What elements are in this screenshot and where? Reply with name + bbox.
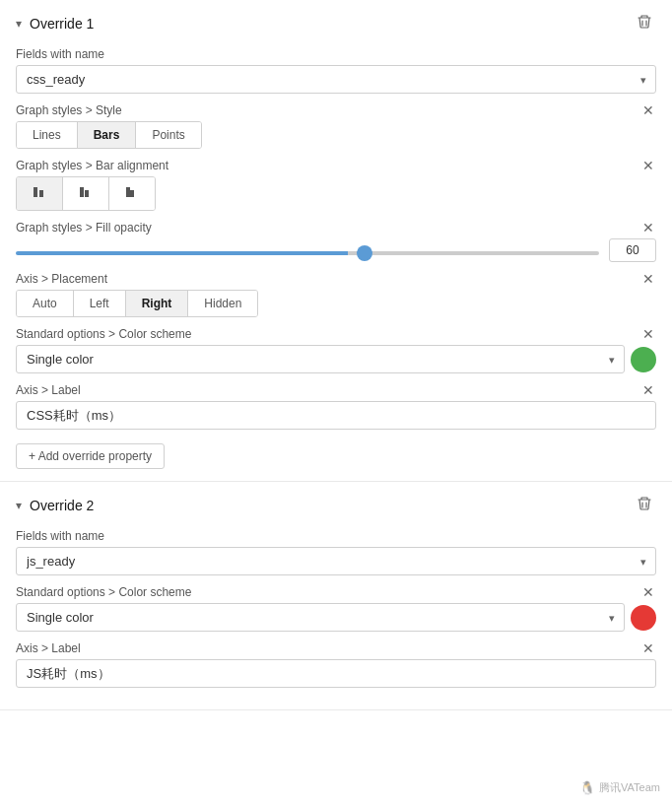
bar-alignment-label-row: Graph styles > Bar alignment ✕ [16, 159, 656, 172]
remove-axis-label-2-button[interactable]: ✕ [640, 641, 656, 655]
fields-with-name-row-1: Fields with name css_ready ▾ [16, 47, 656, 94]
graph-style-toggle-group: Lines Bars Points [16, 121, 202, 149]
axis-label-label-1: Axis > Label [16, 383, 81, 397]
color-scheme-select-wrapper-2: Single color ▾ [16, 603, 625, 632]
svg-rect-5 [130, 190, 134, 197]
fill-opacity-slider-wrapper [16, 243, 599, 258]
bar-alignment-label: Graph styles > Bar alignment [16, 159, 168, 172]
axis-placement-label: Axis > Placement [16, 272, 107, 286]
override-2-header: ▾ Override 2 [16, 494, 656, 517]
override-2-section: ▾ Override 2 Fields with name js_ready ▾… [0, 482, 672, 710]
graph-style-label-row: Graph styles > Style ✕ [16, 103, 656, 117]
fill-opacity-row: Graph styles > Fill opacity ✕ [16, 221, 656, 262]
svg-rect-0 [34, 187, 37, 197]
remove-graph-style-button[interactable]: ✕ [640, 103, 656, 117]
fields-with-name-row-2: Fields with name js_ready ▾ [16, 529, 656, 575]
fields-with-name-select-wrapper-2: js_ready ▾ [16, 547, 656, 575]
color-scheme-label-row-2: Standard options > Color scheme ✕ [16, 585, 656, 599]
axis-label-input-1[interactable] [16, 401, 656, 430]
bar-align-center-button[interactable] [63, 177, 109, 210]
bar-alignment-row: Graph styles > Bar alignment ✕ [16, 159, 656, 211]
graph-style-label: Graph styles > Style [16, 103, 122, 117]
axis-label-label-2: Axis > Label [16, 641, 81, 655]
remove-axis-placement-button[interactable]: ✕ [640, 272, 656, 286]
remove-color-scheme-2-button[interactable]: ✕ [640, 585, 656, 599]
axis-label-label-row-2: Axis > Label ✕ [16, 641, 656, 655]
watermark: 🐧 腾讯VATeam [579, 780, 660, 795]
fields-with-name-select-2[interactable]: js_ready [16, 547, 656, 575]
bar-alignment-toggle-group [16, 176, 156, 211]
color-scheme-row-1: Standard options > Color scheme ✕ Single… [16, 327, 656, 373]
axis-label-row-2: Axis > Label ✕ [16, 641, 656, 688]
placement-right-button[interactable]: Right [126, 291, 189, 316]
watermark-icon: 🐧 [579, 780, 595, 795]
axis-placement-row: Axis > Placement ✕ Auto Left Right Hidde… [16, 272, 656, 317]
delete-override-2-button[interactable] [633, 494, 656, 517]
axis-label-input-2[interactable] [16, 659, 656, 688]
bar-align-left-button[interactable] [17, 177, 63, 210]
bar-align-right-button[interactable] [109, 177, 155, 210]
color-scheme-select-2[interactable]: Single color [16, 603, 625, 632]
fields-with-name-label-1: Fields with name [16, 47, 656, 61]
fields-with-name-label-2: Fields with name [16, 529, 656, 543]
placement-left-button[interactable]: Left [74, 291, 126, 316]
fill-opacity-label: Graph styles > Fill opacity [16, 221, 152, 235]
color-scheme-select-wrapper-1: Single color ▾ [16, 345, 625, 373]
color-dot-1[interactable] [631, 347, 656, 372]
fill-opacity-slider-row [16, 238, 656, 262]
watermark-text: 腾讯VATeam [599, 780, 660, 795]
style-bars-button[interactable]: Bars [78, 122, 137, 148]
placement-hidden-button[interactable]: Hidden [188, 291, 257, 316]
svg-rect-3 [85, 190, 89, 197]
override-2-title: Override 2 [30, 498, 94, 513]
fields-with-name-select-1[interactable]: css_ready [16, 65, 656, 94]
svg-rect-2 [80, 187, 84, 197]
chevron-down-icon[interactable]: ▾ [16, 17, 22, 31]
color-scheme-row-2: Standard options > Color scheme ✕ Single… [16, 585, 656, 632]
color-scheme-select-with-dot-1: Single color ▾ [16, 345, 656, 373]
color-scheme-label-1: Standard options > Color scheme [16, 327, 191, 341]
color-scheme-label-row-1: Standard options > Color scheme ✕ [16, 327, 656, 341]
color-scheme-select-with-dot-2: Single color ▾ [16, 603, 656, 632]
axis-label-row-1: Axis > Label ✕ [16, 383, 656, 430]
add-override-property-1-button[interactable]: + Add override property [16, 443, 165, 469]
fill-opacity-value-input[interactable] [609, 238, 656, 262]
color-scheme-label-2: Standard options > Color scheme [16, 585, 191, 599]
override-1-title: Override 1 [30, 16, 94, 32]
override-1-header: ▾ Override 1 [16, 12, 656, 35]
override-1-header-left: ▾ Override 1 [16, 16, 94, 32]
remove-axis-label-1-button[interactable]: ✕ [640, 383, 656, 397]
graph-style-row: Graph styles > Style ✕ Lines Bars Points [16, 103, 656, 149]
axis-placement-label-row: Axis > Placement ✕ [16, 272, 656, 286]
override-2-header-left: ▾ Override 2 [16, 498, 94, 513]
style-points-button[interactable]: Points [136, 122, 200, 148]
style-lines-button[interactable]: Lines [17, 122, 78, 148]
color-scheme-select-1[interactable]: Single color [16, 345, 625, 373]
color-dot-2[interactable] [631, 605, 656, 631]
chevron-down-icon-2[interactable]: ▾ [16, 499, 22, 512]
placement-auto-button[interactable]: Auto [17, 291, 74, 316]
axis-label-label-row-1: Axis > Label ✕ [16, 383, 656, 397]
fields-with-name-select-wrapper-1: css_ready ▾ [16, 65, 656, 94]
remove-bar-alignment-button[interactable]: ✕ [640, 159, 656, 172]
svg-rect-1 [39, 190, 43, 197]
delete-override-1-button[interactable] [633, 12, 656, 35]
remove-fill-opacity-button[interactable]: ✕ [640, 221, 656, 235]
svg-rect-4 [126, 187, 130, 197]
override-1-section: ▾ Override 1 Fields with name css_ready … [0, 0, 672, 482]
fill-opacity-slider[interactable] [16, 251, 599, 255]
fill-opacity-label-row: Graph styles > Fill opacity ✕ [16, 221, 656, 235]
remove-color-scheme-1-button[interactable]: ✕ [640, 327, 656, 341]
axis-placement-toggle-group: Auto Left Right Hidden [16, 290, 258, 317]
